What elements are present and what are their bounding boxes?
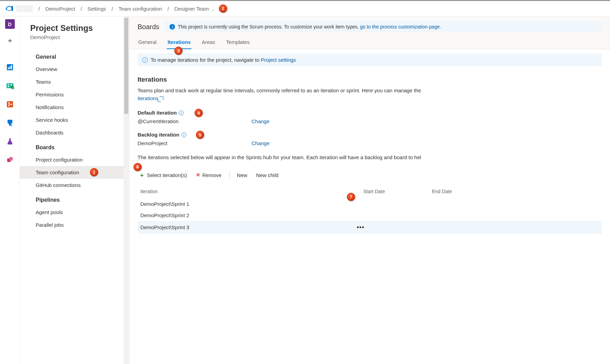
- nav-team-config[interactable]: Team configuration 1: [20, 166, 129, 179]
- table-row[interactable]: DemoProject\Sprint 3 •••: [138, 221, 602, 234]
- svg-rect-3: [11, 65, 12, 69]
- iter-toolbar: 6 ＋ Select iteration(s) ✕ Remove New New…: [138, 168, 602, 183]
- cell-iteration: DemoProject\Sprint 2: [140, 212, 353, 218]
- toolbar-separator: [229, 172, 230, 178]
- nav-repos[interactable]: [3, 97, 17, 111]
- manage-iter-msg: i To manage iterations for the project, …: [138, 54, 602, 66]
- breadcrumb-org-placeholder[interactable]: [16, 5, 33, 12]
- sidebar-scrollbar[interactable]: [124, 16, 129, 364]
- nav-dashboards[interactable]: Dashboards: [30, 126, 129, 139]
- col-end-date[interactable]: End Date: [432, 189, 599, 194]
- breadcrumb-teamcfg[interactable]: Team configuration: [118, 6, 162, 12]
- iterations-heading: Iterations: [138, 76, 602, 83]
- iterations-desc: Teams plan and track work at regular tim…: [138, 87, 602, 102]
- default-iter-value: @CurrentIteration: [138, 118, 251, 124]
- nav-testplans[interactable]: [3, 134, 17, 148]
- backlog-iter-change[interactable]: Change: [251, 140, 270, 146]
- table-header: Iteration Start Date End Date 7: [138, 185, 602, 198]
- nav-team-config-label: Team configuration: [36, 169, 79, 175]
- x-icon: ✕: [196, 172, 200, 178]
- tabs: General Iterations 3 Areas Templates: [138, 36, 602, 49]
- callout-badge-6: 6: [133, 163, 142, 171]
- select-iteration-button[interactable]: ＋ Select iteration(s): [138, 171, 188, 180]
- cell-iteration: DemoProject\Sprint 1: [140, 201, 353, 207]
- add-button[interactable]: ＋: [3, 34, 17, 47]
- chevron-down-icon[interactable]: ⌄: [212, 8, 214, 11]
- nav-artifacts[interactable]: [3, 153, 17, 167]
- nav-teams[interactable]: Teams: [30, 75, 129, 88]
- nav-paralleljobs[interactable]: Parallel jobs: [30, 219, 129, 231]
- external-link-icon: [160, 96, 163, 100]
- nav-group-boards: Boards: [30, 142, 129, 153]
- plus-icon: ＋: [139, 171, 145, 179]
- default-iter-heading: Default iteration i 4: [138, 110, 602, 116]
- col-iteration[interactable]: Iteration: [140, 189, 363, 194]
- tab-areas[interactable]: Areas: [201, 36, 216, 49]
- breadcrumb-separator: /: [38, 6, 40, 12]
- svg-point-12: [11, 104, 12, 105]
- svg-rect-5: [8, 84, 9, 85]
- nav-notifications[interactable]: Notifications: [30, 101, 129, 114]
- left-iconbar: D ＋: [0, 16, 20, 364]
- callout-badge-4: 4: [195, 109, 203, 117]
- nav-github[interactable]: GitHub connections: [30, 179, 129, 191]
- nav-servicehooks[interactable]: Service hooks: [30, 114, 129, 126]
- banner-text: This project is currently using the Scru…: [178, 24, 360, 30]
- table-row[interactable]: DemoProject\Sprint 1: [138, 198, 602, 210]
- breadcrumb-team-wrap: Designer Team ⌄ 2: [174, 6, 214, 12]
- iterations-link[interactable]: iterations: [138, 95, 163, 101]
- nav-group-general: General: [30, 51, 129, 63]
- breadcrumb-separator: /: [112, 6, 113, 12]
- breadcrumb-team[interactable]: Designer Team: [174, 6, 209, 12]
- nav-overview[interactable]: [3, 60, 17, 74]
- row-actions-icon[interactable]: •••: [357, 224, 364, 231]
- iterations-table: Iteration Start Date End Date 7 DemoProj…: [138, 185, 602, 234]
- new-button[interactable]: New: [236, 172, 249, 179]
- svg-point-10: [8, 102, 10, 104]
- manage-msg-text: To manage iterations for the project, na…: [151, 57, 261, 63]
- breadcrumb-settings[interactable]: Settings: [87, 6, 106, 12]
- tab-general[interactable]: General: [138, 36, 157, 49]
- callout-badge-2: 2: [219, 4, 227, 13]
- nav-boards[interactable]: [3, 79, 17, 93]
- svg-rect-2: [9, 66, 10, 69]
- banner-link[interactable]: go to the process customization page.: [360, 24, 441, 30]
- nav-project-config[interactable]: Project configuration: [30, 153, 129, 166]
- remove-button[interactable]: ✕ Remove: [195, 171, 223, 179]
- nav-pipelines[interactable]: [3, 116, 17, 130]
- nav-group-pipelines: Pipelines: [30, 194, 129, 206]
- boards-heading: Boards: [138, 23, 159, 31]
- breadcrumb-project[interactable]: DemoProject: [45, 6, 75, 12]
- info-outline-icon[interactable]: i: [179, 110, 184, 115]
- info-outline-icon: i: [142, 57, 148, 63]
- cell-iteration: DemoProject\Sprint 3: [140, 224, 353, 230]
- svg-rect-6: [8, 86, 9, 87]
- info-outline-icon[interactable]: i: [181, 132, 186, 137]
- svg-rect-14: [9, 157, 13, 161]
- backlog-iter-value: DemoProject: [138, 140, 251, 146]
- svg-point-11: [8, 105, 10, 106]
- azure-devops-logo-icon[interactable]: [5, 4, 14, 13]
- callout-badge-5: 5: [196, 131, 204, 139]
- nav-permissions[interactable]: Permissions: [30, 88, 129, 101]
- project-avatar[interactable]: D: [5, 19, 15, 29]
- table-row[interactable]: DemoProject\Sprint 2: [138, 210, 602, 221]
- tab-templates[interactable]: Templates: [225, 36, 250, 49]
- col-start-date[interactable]: Start Date: [363, 189, 432, 194]
- default-iter-change[interactable]: Change: [251, 118, 270, 124]
- tab-iterations[interactable]: Iterations 3: [167, 36, 191, 49]
- settings-title: Project Settings: [30, 23, 129, 33]
- main-content: Boards i This project is currently using…: [129, 16, 610, 364]
- new-child-button[interactable]: New child: [255, 172, 280, 179]
- info-icon: i: [169, 24, 175, 30]
- callout-badge-1: 1: [90, 168, 98, 176]
- nav-agentpools[interactable]: Agent pools: [30, 206, 129, 219]
- breadcrumb-separator: /: [81, 6, 82, 12]
- svg-rect-7: [10, 84, 12, 85]
- settings-subtitle: DemoProject: [30, 34, 129, 40]
- scrollbar-thumb[interactable]: [124, 18, 128, 114]
- manage-msg-link[interactable]: Project settings: [261, 57, 296, 63]
- backlog-iter-heading: Backlog iteration i 5: [138, 132, 602, 138]
- settings-sidebar: Project Settings DemoProject General Ove…: [20, 16, 129, 364]
- nav-overview[interactable]: Overview: [30, 63, 129, 75]
